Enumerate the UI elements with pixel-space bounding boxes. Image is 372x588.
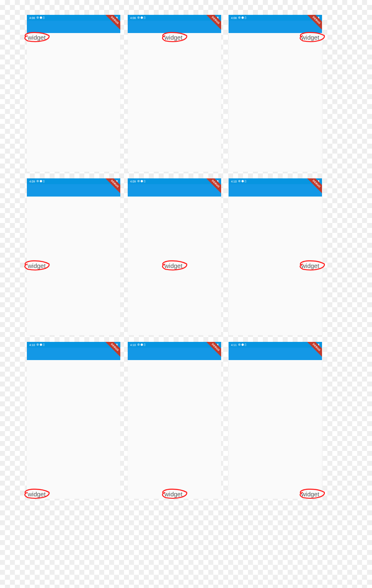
status-left-icons: ⚙ ⬢ ▯ [238, 343, 246, 346]
screen-body: widget [128, 33, 221, 172]
screen-body: widget [128, 360, 221, 499]
screen-body: widget [229, 33, 322, 172]
app-bar [27, 184, 120, 197]
app-bar [229, 21, 322, 33]
screen-body: widget [27, 33, 120, 172]
status-time: 4:08 [29, 17, 35, 19]
screenshot-grid: 4:08⚙ ⬢ ▯▲ ◢ ▮DEBUGwidget4:08⚙ ⬢ ▯▲ ◢ ▮D… [27, 15, 345, 499]
status-time: 4:08 [130, 17, 136, 19]
status-time: 4:10 [130, 344, 136, 346]
status-time: 4:11 [231, 344, 237, 346]
app-bar [27, 348, 120, 360]
canvas: 4:08⚙ ⬢ ▯▲ ◢ ▮DEBUGwidget4:08⚙ ⬢ ▯▲ ◢ ▮D… [0, 0, 372, 588]
widget-label: widget [165, 34, 182, 41]
widget-label: widget [301, 34, 319, 41]
phone-screenshot: 4:10⚙ ⬢ ▯▲ ◢ ▮DEBUGwidget [27, 342, 120, 499]
widget-label: widget [301, 491, 319, 498]
widget-label: widget [165, 262, 182, 269]
status-left-icons: ⚙ ⬢ ▯ [36, 180, 45, 183]
phone-screenshot: 4:10⚙ ⬢ ▯▲ ◢ ▮DEBUGwidget [229, 178, 322, 335]
widget-label: widget [28, 491, 45, 498]
phone-screenshot: 4:09⚙ ⬢ ▯▲ ◢ ▮DEBUGwidget [27, 178, 120, 335]
app-bar [27, 21, 120, 33]
screen-body: widget [229, 360, 322, 499]
status-left-icons: ⚙ ⬢ ▯ [238, 16, 246, 19]
phone-screenshot: 4:11⚙ ⬢ ▯▲ ◢ ▮DEBUGwidget [229, 342, 322, 499]
app-bar [128, 21, 221, 33]
phone-screenshot: 4:08⚙ ⬢ ▯▲ ◢ ▮DEBUGwidget [128, 15, 221, 172]
app-bar [229, 348, 322, 360]
status-time: 4:08 [231, 17, 237, 19]
widget-label: widget [28, 262, 45, 269]
phone-screenshot: 4:08⚙ ⬢ ▯▲ ◢ ▮DEBUGwidget [27, 15, 120, 172]
app-bar [128, 348, 221, 360]
phone-screenshot: 4:08⚙ ⬢ ▯▲ ◢ ▮DEBUGwidget [229, 15, 322, 172]
status-time: 4:10 [29, 344, 35, 346]
phone-screenshot: 4:09⚙ ⬢ ▯▲ ◢ ▮DEBUGwidget [128, 178, 221, 335]
status-time: 4:10 [231, 180, 237, 183]
status-time: 4:09 [130, 180, 136, 183]
status-left-icons: ⚙ ⬢ ▯ [36, 343, 45, 346]
screen-body: widget [27, 197, 120, 335]
widget-label: widget [301, 262, 319, 269]
phone-screenshot: 4:10⚙ ⬢ ▯▲ ◢ ▮DEBUGwidget [128, 342, 221, 499]
app-bar [229, 184, 322, 197]
app-bar [128, 184, 221, 197]
screen-body: widget [229, 197, 322, 335]
status-left-icons: ⚙ ⬢ ▯ [137, 16, 145, 19]
status-left-icons: ⚙ ⬢ ▯ [36, 16, 45, 19]
status-left-icons: ⚙ ⬢ ▯ [137, 180, 145, 183]
status-left-icons: ⚙ ⬢ ▯ [137, 343, 145, 346]
widget-label: widget [28, 34, 45, 41]
screen-body: widget [27, 360, 120, 499]
widget-label: widget [165, 491, 182, 498]
status-time: 4:09 [29, 180, 35, 183]
screen-body: widget [128, 197, 221, 335]
status-left-icons: ⚙ ⬢ ▯ [238, 180, 246, 183]
